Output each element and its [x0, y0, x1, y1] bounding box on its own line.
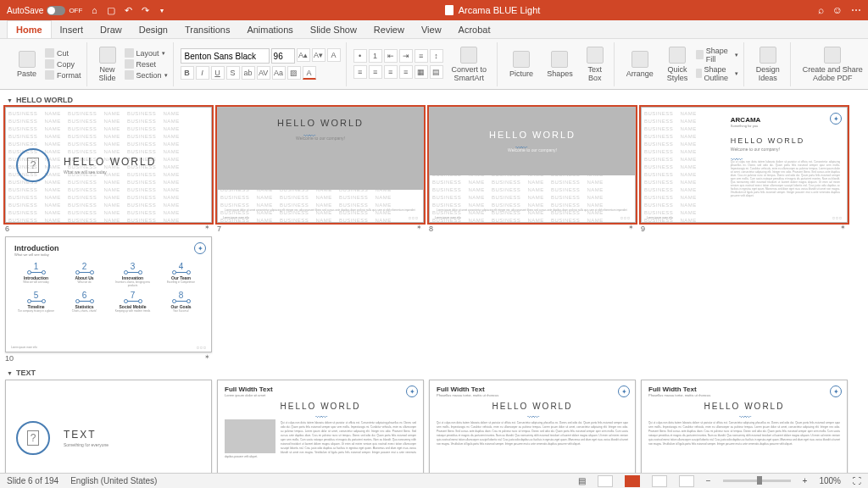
- search-icon[interactable]: ⌕: [818, 4, 824, 16]
- slide-10[interactable]: ✦ Introduction What we will see today 1I…: [5, 236, 212, 363]
- picture-button[interactable]: Picture: [504, 49, 538, 80]
- slide-position[interactable]: Slide 6 of 194: [7, 476, 58, 485]
- text-direction-button[interactable]: ↕: [430, 49, 443, 63]
- section-button[interactable]: Section▾: [125, 70, 168, 80]
- tab-insert[interactable]: Insert: [52, 21, 92, 38]
- tab-review[interactable]: Review: [365, 21, 413, 38]
- view-sorter-button[interactable]: [625, 475, 640, 487]
- shadow-button[interactable]: ab: [242, 66, 255, 80]
- tab-draw[interactable]: Draw: [92, 21, 131, 38]
- autosave-label: AutoSave: [7, 6, 43, 15]
- format-painter-button[interactable]: Format: [45, 70, 81, 80]
- language[interactable]: English (United States): [70, 476, 157, 485]
- slide-8[interactable]: ✦ BUSINESS NAME BUSINESS NAME BUSINESS N…: [429, 107, 636, 233]
- tab-acrobat[interactable]: Acrobat: [450, 21, 499, 38]
- view-normal-button[interactable]: [598, 475, 613, 487]
- save-icon[interactable]: ▢: [106, 5, 116, 15]
- section-text[interactable]: TEXT: [5, 366, 863, 380]
- doc-title-text: Arcama BLUE Light: [459, 5, 541, 15]
- align-center-button[interactable]: ≡: [369, 65, 382, 79]
- slide-6[interactable]: BUSINESS NAME BUSINESS NAME BUSINESS NAM…: [5, 107, 212, 233]
- layout-button[interactable]: Layout▾: [125, 48, 168, 58]
- zoom-out-button[interactable]: −: [706, 476, 711, 485]
- layout-icon: [125, 48, 134, 58]
- copy-button[interactable]: Copy: [45, 59, 81, 69]
- arrange-icon: [632, 51, 648, 68]
- fit-to-window-button[interactable]: ⛶: [853, 476, 861, 485]
- font-name-select[interactable]: [181, 48, 270, 64]
- design-ideas-button[interactable]: Design Ideas: [751, 45, 785, 84]
- section-hello-world[interactable]: HELLO WORLD: [5, 93, 863, 107]
- adobe-pdf-button[interactable]: Create and Share Adobe PDF: [798, 45, 868, 84]
- image-placeholder: [225, 419, 275, 453]
- view-reading-button[interactable]: [652, 475, 667, 487]
- highlight-button[interactable]: ▨: [287, 66, 301, 80]
- reset-button[interactable]: Reset: [125, 59, 168, 69]
- slide-13[interactable]: ✦ Full Width Text Phasellus massa tortor…: [429, 380, 636, 473]
- new-slide-button[interactable]: New Slide: [94, 45, 121, 84]
- textbox-button[interactable]: Text Box: [581, 45, 609, 84]
- redo-icon[interactable]: ↷: [140, 5, 150, 15]
- shape-fill-button[interactable]: Shape Fill▾: [696, 47, 738, 64]
- shape-outline-button[interactable]: Shape Outline▾: [696, 65, 738, 82]
- shrink-font-button[interactable]: A▾: [312, 48, 326, 62]
- clear-format-button[interactable]: A: [327, 48, 341, 62]
- slide-11[interactable]: TEXT Something for everyone 11 ✶: [5, 380, 212, 473]
- font-size-select[interactable]: [271, 48, 295, 64]
- zoom-in-button[interactable]: +: [803, 476, 808, 485]
- align-right-button[interactable]: ≡: [384, 65, 398, 79]
- cut-icon: [45, 48, 54, 58]
- slide-14[interactable]: ✦ Full Width Text Phasellus massa tortor…: [641, 380, 848, 473]
- wave-icon: [515, 411, 549, 416]
- home-icon[interactable]: ⌂: [89, 5, 99, 15]
- font-color-button[interactable]: A: [303, 66, 316, 80]
- strike-button[interactable]: S: [226, 66, 240, 80]
- convert-smartart-button[interactable]: Convert to SmartArt: [447, 45, 492, 84]
- tab-view[interactable]: View: [413, 21, 450, 38]
- align-text-button[interactable]: ▤: [430, 65, 443, 79]
- bullets-button[interactable]: •: [353, 49, 367, 63]
- toggle-off-icon[interactable]: [47, 6, 65, 15]
- designer-badge-icon: ✦: [830, 113, 842, 125]
- slide-12[interactable]: ✦ Full Width Text Lorem ipsum dolor sit …: [217, 380, 424, 473]
- tab-transitions[interactable]: Transitions: [176, 21, 238, 38]
- zoom-slider[interactable]: [723, 480, 791, 482]
- tab-design[interactable]: Design: [131, 21, 176, 38]
- indent-dec-button[interactable]: ⇤: [384, 49, 398, 63]
- arrange-button[interactable]: Arrange: [621, 49, 659, 80]
- bold-button[interactable]: B: [181, 66, 194, 80]
- spacing-button[interactable]: AV: [257, 66, 270, 80]
- options-icon[interactable]: ⋯: [851, 4, 861, 16]
- qat-dropdown-icon[interactable]: ▾: [157, 5, 167, 15]
- section-icon: [125, 70, 134, 80]
- columns-button[interactable]: ▦: [415, 65, 428, 79]
- grow-font-button[interactable]: A▴: [297, 48, 310, 62]
- zoom-level[interactable]: 100%: [819, 476, 841, 485]
- cut-button[interactable]: Cut: [45, 48, 81, 58]
- tab-slideshow[interactable]: Slide Show: [302, 21, 365, 38]
- tab-animations[interactable]: Animations: [238, 21, 301, 38]
- quick-styles-button[interactable]: Quick Styles: [662, 45, 693, 84]
- line-spacing-button[interactable]: ≡: [415, 49, 428, 63]
- numbering-button[interactable]: 1: [369, 49, 382, 63]
- slide-7[interactable]: BUSINESS NAME BUSINESS NAME BUSINESS NAM…: [217, 107, 424, 233]
- shapes-button[interactable]: Shapes: [542, 49, 578, 80]
- adobe-icon: [824, 47, 841, 64]
- account-icon[interactable]: ☺: [832, 4, 843, 16]
- justify-button[interactable]: ≡: [399, 65, 413, 79]
- undo-icon[interactable]: ↶: [123, 5, 133, 15]
- new-slide-icon: [99, 47, 116, 64]
- indent-inc-button[interactable]: ⇥: [399, 49, 413, 63]
- autosave-toggle[interactable]: AutoSave OFF: [7, 6, 82, 15]
- slide-9[interactable]: ✦ BUSINESS NAME BUSINESS NAME BUSINESS N…: [641, 107, 848, 233]
- slide-sorter[interactable]: HELLO WORLD BUSINESS NAME BUSINESS NAME …: [0, 90, 868, 473]
- align-left-button[interactable]: ≡: [353, 65, 367, 79]
- view-slideshow-button[interactable]: [679, 475, 694, 487]
- case-button[interactable]: Aa: [272, 66, 286, 80]
- tab-home[interactable]: Home: [7, 20, 52, 38]
- underline-button[interactable]: U: [211, 66, 225, 80]
- notes-button[interactable]: ▤: [578, 476, 586, 485]
- font-group: A▴ A▾ A B I U S ab AV Aa ▨ A: [175, 42, 347, 86]
- italic-button[interactable]: I: [196, 66, 209, 80]
- paste-button[interactable]: Paste: [12, 49, 42, 80]
